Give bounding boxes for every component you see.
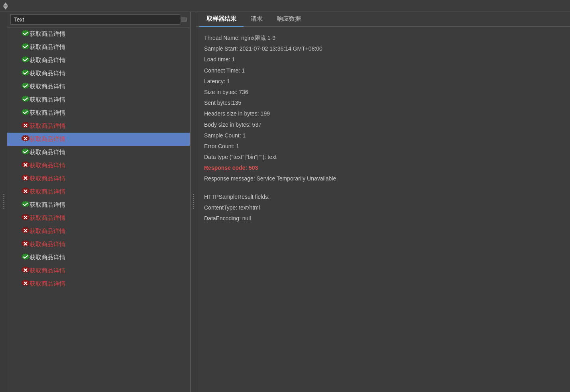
result-line: Response message: Service Temporarily Un… [204,174,562,184]
result-line: HTTPSampleResult fields: [204,192,562,202]
list-item-label: 获取商品详情 [29,122,65,130]
error-icon [22,122,29,131]
tab-request[interactable]: 请求 [244,12,270,27]
error-icon [22,161,29,170]
success-icon [22,43,29,52]
list-item[interactable]: 获取商品详情 [7,277,190,290]
result-line: Sample Count: 1 [204,131,562,141]
success-icon [22,56,29,65]
success-icon [22,95,29,104]
list-item-label: 获取商品详情 [29,135,65,143]
list-item[interactable]: 获取商品详情 [7,238,190,251]
list-item-label: 获取商品详情 [29,241,65,248]
handle-grip-mid [193,194,194,210]
list-item[interactable]: 获取商品详情 [7,264,190,277]
sort-up-icon[interactable] [3,2,8,6]
result-line: Sent bytes:135 [204,98,562,108]
list-item[interactable]: 获取商品详情 [7,159,190,172]
list-item-label: 获取商品详情 [29,201,65,209]
error-icon [22,266,29,275]
list-item[interactable]: 获取商品详情 [7,251,190,264]
list-item-label: 获取商品详情 [29,96,65,104]
list-item-label: 获取商品详情 [29,57,65,64]
list-item[interactable]: 获取商品详情 [7,106,190,120]
filter-dropdown-button[interactable] [181,18,187,22]
result-line: Sample Start: 2021-07-02 13:36:14 GMT+08… [204,44,562,54]
success-icon [22,82,29,91]
sort-down-icon[interactable] [3,6,8,10]
result-line: Thread Name: nginx限流 1-9 [204,33,562,43]
result-line: Body size in bytes: 537 [204,120,562,130]
list-item[interactable]: 获取商品详情 [7,67,190,80]
list-item-label: 获取商品详情 [29,30,65,38]
list-item[interactable]: 获取商品详情 [7,133,190,146]
result-line: Connect Time: 1 [204,66,562,76]
result-line: Load time: 1 [204,55,562,65]
list-item-label: 获取商品详情 [29,175,65,182]
list-item[interactable]: 获取商品详情 [7,172,190,185]
list-item[interactable]: 获取商品详情 [7,80,190,93]
result-line: Size in bytes: 736 [204,87,562,97]
content-area: 获取商品详情 获取商品详情 获取商品详情 获取商品详情 获取商品详情 获取商品详… [0,12,570,392]
list-item-label: 获取商品详情 [29,227,65,235]
list-item-label: 获取商品详情 [29,43,65,51]
list-item[interactable]: 获取商品详情 [7,198,190,212]
list-item[interactable]: 获取商品详情 [7,146,190,159]
list-item-label: 获取商品详情 [29,149,65,156]
tabs-bar: 取样器结果请求响应数据 [196,12,570,27]
filter-bar [7,12,190,27]
list-item[interactable]: 获取商品详情 [7,27,190,41]
error-icon [22,187,29,196]
top-bar [0,0,570,12]
handle-grip-left [3,194,4,210]
filter-input[interactable] [10,14,180,25]
list-item[interactable]: 获取商品详情 [7,41,190,54]
left-resize-handle[interactable] [0,12,7,392]
list-item-label: 获取商品详情 [29,162,65,169]
list-item-label: 获取商品详情 [29,70,65,77]
list-item-label: 获取商品详情 [29,188,65,196]
result-line: Latency: 1 [204,76,562,86]
list-item[interactable]: 获取商品详情 [7,212,190,225]
list-item[interactable]: 获取商品详情 [7,120,190,133]
list-item[interactable]: 获取商品详情 [7,93,190,106]
error-icon [22,135,29,144]
right-panel: 取样器结果请求响应数据 Thread Name: nginx限流 1-9Samp… [196,12,570,392]
error-icon [22,279,29,288]
list-item[interactable]: 获取商品详情 [7,185,190,198]
result-line: Error Count: 1 [204,141,562,151]
tab-sampler[interactable]: 取样器结果 [199,12,244,27]
error-icon [22,227,29,236]
success-icon [22,148,29,157]
error-icon [22,214,29,223]
result-line: ContentType: text/html [204,203,562,213]
left-panel: 获取商品详情 获取商品详情 获取商品详情 获取商品详情 获取商品详情 获取商品详… [7,12,191,392]
success-icon [22,108,29,118]
result-line: Headers size in bytes: 199 [204,109,562,119]
tab-response[interactable]: 响应数据 [270,12,308,27]
list-item-label: 获取商品详情 [29,83,65,90]
list-item-label: 获取商品详情 [29,267,65,274]
list-item[interactable]: 获取商品详情 [7,54,190,67]
success-icon [22,253,29,262]
success-icon [22,69,29,78]
sort-icons[interactable] [3,2,8,10]
result-content: Thread Name: nginx限流 1-9Sample Start: 20… [196,27,570,392]
success-icon [22,29,29,39]
list-item-label: 获取商品详情 [29,254,65,261]
result-line: Data type ("text"|"bin"|""): text [204,152,562,162]
success-icon [22,200,29,210]
list-item-label: 获取商品详情 [29,280,65,288]
mid-resize-handle[interactable] [191,12,196,392]
error-icon [22,174,29,183]
error-icon [22,240,29,249]
list-item[interactable]: 获取商品详情 [7,225,190,238]
list-item-label: 获取商品详情 [29,214,65,222]
result-line: Response code: 503 [204,163,562,173]
list-item-label: 获取商品详情 [29,109,65,117]
sample-list: 获取商品详情 获取商品详情 获取商品详情 获取商品详情 获取商品详情 获取商品详… [7,27,190,392]
main-container: 获取商品详情 获取商品详情 获取商品详情 获取商品详情 获取商品详情 获取商品详… [0,0,570,392]
result-line: DataEncoding: null [204,214,562,223]
